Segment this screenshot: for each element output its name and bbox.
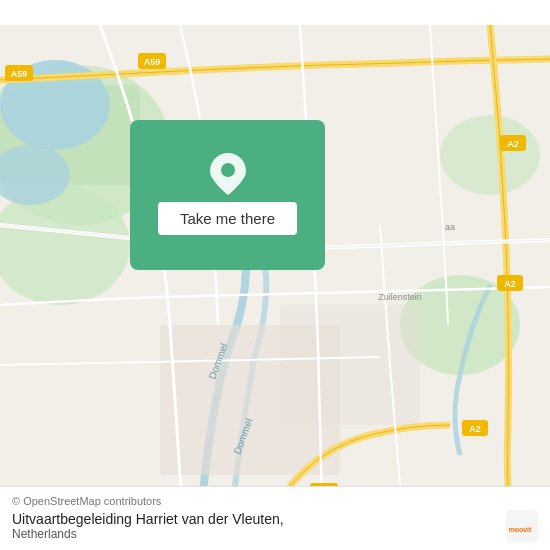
business-info: Uitvaartbegeleiding Harriet van der Vleu… — [12, 511, 284, 541]
svg-text:aa: aa — [445, 222, 455, 232]
footer-bottom: Uitvaartbegeleiding Harriet van der Vleu… — [12, 510, 538, 542]
svg-text:A2: A2 — [507, 139, 519, 149]
map-svg: A59 A59 A2 A2 A2 A65 Dommel Dommel Zuile… — [0, 0, 550, 550]
attribution: © OpenStreetMap contributors — [12, 495, 538, 507]
svg-rect-9 — [280, 305, 420, 425]
business-name: Uitvaartbegeleiding Harriet van der Vleu… — [12, 511, 284, 527]
moovit-logo: moovit — [506, 510, 538, 542]
footer: © OpenStreetMap contributors Uitvaartbeg… — [0, 486, 550, 550]
svg-point-26 — [221, 163, 235, 177]
map-container: A59 A59 A2 A2 A2 A65 Dommel Dommel Zuile… — [0, 0, 550, 550]
business-country: Netherlands — [12, 527, 284, 541]
moovit-icon: moovit — [506, 510, 538, 542]
location-card: Take me there — [130, 120, 325, 270]
svg-point-4 — [440, 115, 540, 195]
svg-text:A59: A59 — [144, 57, 161, 67]
svg-text:moovit: moovit — [509, 526, 532, 533]
svg-text:A2: A2 — [504, 279, 516, 289]
attribution-text: © OpenStreetMap contributors — [12, 495, 161, 507]
svg-text:Zuilenstein: Zuilenstein — [378, 292, 422, 302]
svg-text:A2: A2 — [469, 424, 481, 434]
pin-icon — [210, 156, 246, 192]
svg-text:A59: A59 — [11, 69, 28, 79]
take-me-there-button[interactable]: Take me there — [158, 202, 297, 235]
